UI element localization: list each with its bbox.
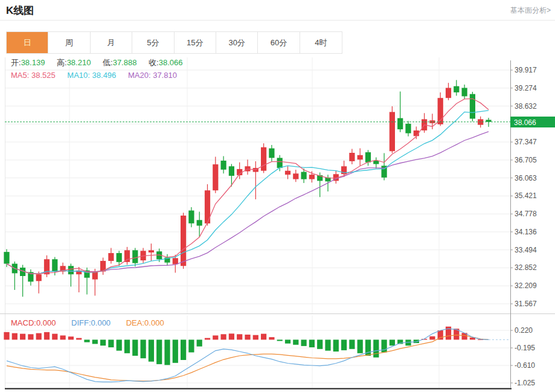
high-label: 高: <box>57 58 67 67</box>
macd-bar <box>108 339 114 347</box>
macd-bar <box>358 339 363 353</box>
candle-body <box>358 155 363 159</box>
macd-bar <box>390 339 395 345</box>
macd-value: 0.000 <box>36 318 56 327</box>
ma20-label: MA20: <box>128 71 151 80</box>
close-label: 收: <box>149 58 159 67</box>
macd-bar <box>84 339 89 342</box>
macd-bar <box>52 334 57 340</box>
y-axis-label: 35.421 <box>515 191 537 200</box>
close-value: 38.066 <box>159 58 183 67</box>
y-axis-label: 37.347 <box>515 138 537 146</box>
macd-bar <box>245 335 250 339</box>
macd-bar <box>197 339 202 346</box>
ma5-line <box>7 98 489 274</box>
tab-5min[interactable]: 5分 <box>132 32 174 53</box>
ma5-value: 38.525 <box>31 71 56 80</box>
tab-30min[interactable]: 30分 <box>216 32 258 53</box>
candle-body <box>486 120 491 121</box>
y-axis-label: 32.209 <box>515 281 537 290</box>
candle-body <box>301 172 307 179</box>
macd-bar <box>28 334 33 339</box>
ma10-label: MA10: <box>67 71 90 80</box>
current-price-badge-text: 38.066 <box>514 118 536 127</box>
y-axis-label: 34.778 <box>515 210 537 218</box>
ma20-value: 37.810 <box>153 71 177 80</box>
macd-label: MACD: <box>11 318 36 327</box>
macd-bar <box>373 339 379 357</box>
candle-body <box>365 152 371 162</box>
macd-bar <box>349 339 354 349</box>
macd-bar <box>173 339 178 362</box>
macd-bar <box>149 339 154 361</box>
y-axis-label: 36.705 <box>515 156 537 164</box>
candle-body <box>92 272 98 280</box>
candle-body <box>462 88 467 97</box>
macd-bar <box>341 339 347 350</box>
y-axis-label: 39.274 <box>515 84 537 92</box>
candle-body <box>221 161 226 170</box>
open-label: 开: <box>11 58 21 67</box>
y-axis-label: 33.494 <box>515 246 537 254</box>
macd-bar <box>141 339 146 358</box>
macd-bar <box>132 339 138 356</box>
candle-body <box>124 250 130 262</box>
diff-label: DIFF: <box>71 318 91 327</box>
diff-value: 0.000 <box>91 318 111 327</box>
candle-body <box>197 220 202 225</box>
tab-month[interactable]: 月 <box>91 32 132 53</box>
macd-bar <box>36 333 42 340</box>
candle-body <box>269 149 274 158</box>
y-axis-label: 36.063 <box>515 174 537 182</box>
tab-day[interactable]: 日 <box>7 32 48 53</box>
macd-bar <box>301 339 307 346</box>
macd-bar <box>20 334 25 340</box>
y-axis-label: 31.567 <box>515 300 537 308</box>
dea-label: DEA: <box>126 318 144 327</box>
macd-bar <box>92 339 98 344</box>
macd-bar <box>253 335 258 340</box>
macd-bar <box>285 339 290 343</box>
y-axis-label: 32.852 <box>515 263 537 272</box>
macd-bar <box>100 339 106 345</box>
candle-body <box>213 164 218 190</box>
candle-body <box>470 94 475 119</box>
candle-body <box>4 252 9 264</box>
macd-bar <box>68 336 74 339</box>
candle-body <box>277 158 283 168</box>
macd-bar <box>12 333 18 340</box>
tab-4hour[interactable]: 4时 <box>300 32 342 53</box>
tab-15min[interactable]: 15分 <box>175 32 216 53</box>
candle-body <box>173 258 178 264</box>
candle-body <box>397 118 403 130</box>
ma-row: MA5: 38.525 MA10: 38.496 MA20: 37.810 <box>11 71 187 80</box>
macd-bar <box>293 339 298 344</box>
macd-bar <box>269 337 274 339</box>
candle-body <box>285 171 290 175</box>
macd-bar <box>117 339 122 350</box>
macd-bar <box>429 336 435 340</box>
candle-body <box>181 216 186 266</box>
ohlc-row: 开:38.139 高:38.210 低:37.888 收:38.066 <box>11 57 192 68</box>
ma10-value: 38.496 <box>92 71 117 80</box>
interval-tabs: 日周月5分15分30分60分4时 <box>6 31 342 54</box>
candle-body <box>293 173 298 179</box>
macd-bar <box>237 334 242 339</box>
macd-row: MACD:0.000 DIFF:0.000 DEA:0.000 <box>11 318 178 327</box>
tab-60min[interactable]: 60分 <box>258 32 300 53</box>
macd-bar <box>261 334 266 340</box>
tab-week[interactable]: 周 <box>48 32 90 53</box>
macd-bar <box>205 338 210 340</box>
candle-body <box>309 175 315 179</box>
macd-bar <box>76 338 82 340</box>
candle-body <box>117 253 122 262</box>
candle-body <box>149 250 154 252</box>
macd-bar <box>4 332 9 340</box>
candle-body <box>68 266 74 274</box>
candle-body <box>36 274 42 281</box>
macd-bar <box>277 339 283 341</box>
candle-body <box>229 166 234 176</box>
macd-bar <box>221 334 226 339</box>
macd-axis-label: -0.195 <box>515 344 535 352</box>
candle-body <box>261 147 266 171</box>
